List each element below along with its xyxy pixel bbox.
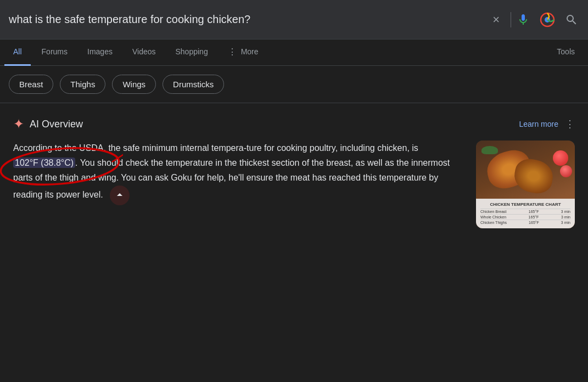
filter-chips: Breast Thighs Wings Drumsticks (0, 66, 588, 103)
dots-icon: ⋮ (228, 47, 237, 57)
search-submit-icon[interactable] (564, 12, 579, 27)
ai-body-text: According to the USDA, the safe minimum … (13, 141, 465, 205)
tomato-1 (553, 150, 568, 166)
chip-wings[interactable]: Wings (112, 75, 156, 94)
tab-videos[interactable]: Videos (124, 40, 165, 66)
search-query-text: what is the safe temperature for cooking… (9, 13, 486, 26)
search-bar: what is the safe temperature for cooking… (0, 0, 588, 40)
ai-image[interactable]: CHICKEN TEMPERATURE CHART Chicken Breast… (476, 141, 575, 228)
search-icons (516, 12, 579, 27)
temperature-value: 102°F (38.8°C) (13, 158, 75, 168)
tab-tools[interactable]: Tools (548, 40, 584, 66)
ai-content: According to the USDA, the safe minimum … (13, 141, 575, 228)
chart-row-3: Chicken Thighs 165°F 3 min (480, 220, 570, 225)
tab-images[interactable]: Images (79, 40, 121, 66)
herb-1 (481, 146, 498, 154)
ai-overview-actions: Learn more ⋮ (519, 118, 575, 130)
chicken-chart-overlay: CHICKEN TEMPERATURE CHART Chicken Breast… (476, 199, 575, 228)
search-input-area[interactable]: what is the safe temperature for cooking… (9, 13, 506, 27)
chart-title: CHICKEN TEMPERATURE CHART (480, 202, 570, 207)
chart-row-2: Whole Chicken 165°F 3 min (480, 214, 570, 220)
ai-star-icon: ✦ (13, 116, 24, 132)
chicken-image-visual: CHICKEN TEMPERATURE CHART Chicken Breast… (476, 141, 575, 228)
ai-overview-section: ✦ AI Overview Learn more ⋮ According to … (0, 103, 588, 228)
ai-overview-title: AI Overview (30, 119, 83, 130)
tab-shopping[interactable]: Shopping (167, 40, 217, 66)
chip-thighs[interactable]: Thighs (60, 75, 105, 94)
ai-text-part1: According to the USDA, the safe minimum … (13, 143, 418, 153)
chip-breast[interactable]: Breast (9, 75, 53, 94)
tab-more[interactable]: ⋮ More (219, 40, 267, 66)
learn-more-link[interactable]: Learn more (519, 120, 558, 128)
ai-overview-title-area: ✦ AI Overview (13, 116, 83, 132)
nav-tabs: All Forums Images Videos Shopping ⋮ More… (0, 40, 588, 66)
tomato-2 (560, 165, 572, 177)
ai-overview-header: ✦ AI Overview Learn more ⋮ (13, 116, 575, 132)
chart-row-1: Chicken Breast 165°F 3 min (480, 209, 570, 214)
google-lens-icon[interactable] (540, 12, 555, 27)
temperature-highlight: 102°F (38.8°C) (13, 155, 75, 170)
clear-button[interactable]: × (486, 13, 506, 27)
microphone-icon[interactable] (516, 12, 531, 27)
ai-text-part2: . You should check the temperature in th… (13, 158, 450, 199)
tab-all[interactable]: All (4, 40, 31, 66)
search-divider (511, 12, 511, 27)
scroll-up-button[interactable] (110, 186, 130, 205)
tab-forums[interactable]: Forums (33, 40, 76, 66)
more-options-icon[interactable]: ⋮ (565, 118, 575, 130)
chip-drumsticks[interactable]: Drumsticks (163, 75, 224, 94)
